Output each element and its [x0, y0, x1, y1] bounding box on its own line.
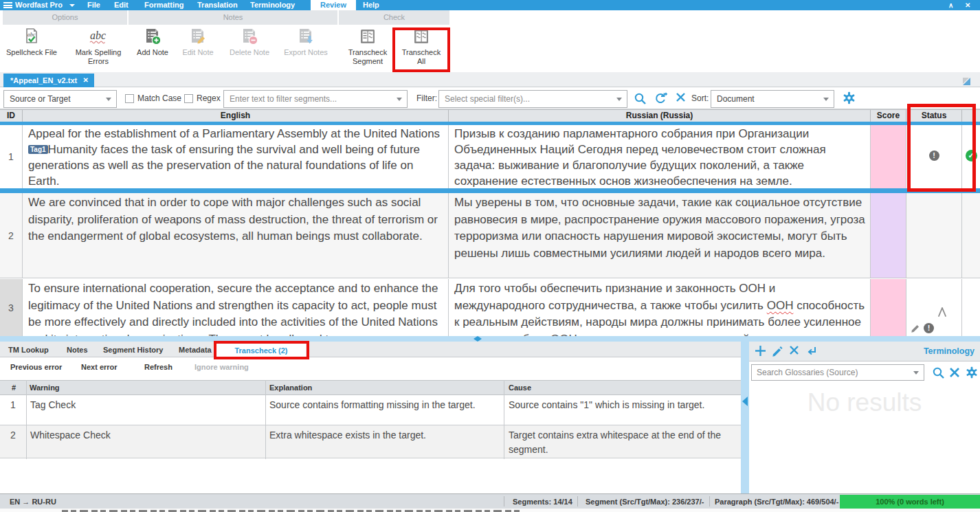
clear-search-icon[interactable]	[949, 367, 960, 381]
filter-toolbar: Source or Target Match Case Regex Enter …	[0, 87, 980, 109]
col-header-explanation[interactable]: Explanation	[269, 383, 312, 392]
col-header-id[interactable]: ID	[0, 110, 23, 122]
previous-error-button[interactable]: Previous error	[10, 363, 62, 371]
menu-translation[interactable]: Translation	[197, 0, 238, 10]
add-note-button[interactable]: Add Note	[132, 27, 173, 57]
minimize-ribbon-icon[interactable]: ∧	[948, 1, 953, 10]
menu-review[interactable]: Review	[311, 0, 356, 10]
background-window-sliver	[0, 509, 980, 512]
delete-note-icon	[223, 27, 276, 46]
up-arrow-icon[interactable]	[936, 305, 948, 322]
warning-row-2[interactable]: 2 Whitespace Check Extra whitespace exis…	[0, 425, 741, 458]
match-case-checkbox[interactable]	[125, 94, 134, 103]
chevron-down-icon	[397, 98, 402, 101]
app-menu-caret-icon	[69, 4, 75, 7]
tab-tm-lookup[interactable]: TM Lookup	[8, 346, 49, 354]
insert-term-icon[interactable]	[805, 345, 818, 359]
selected-row-border-bottom	[0, 188, 980, 193]
terminology-settings-gear-icon[interactable]	[966, 366, 978, 381]
paragraph-counts: Paragraph (Src/Tgt/Max): 469/504/-	[715, 498, 838, 506]
clear-filter-icon[interactable]	[676, 92, 686, 105]
warning-icon[interactable]: !	[924, 323, 934, 333]
collapse-arrow-icon[interactable]	[742, 397, 748, 406]
spellcheck-file-button[interactable]: abc Spellcheck File	[5, 27, 58, 57]
menu-file[interactable]: File	[87, 0, 100, 10]
tab-notes[interactable]: Notes	[67, 346, 88, 354]
horizontal-splitter[interactable]	[0, 336, 980, 342]
target-cell[interactable]: Для того чтобы обеспечить признание и за…	[449, 279, 871, 336]
segment-row-2[interactable]: 2 We are convinced that in order to cope…	[0, 193, 980, 278]
edit-pencil-icon[interactable]	[911, 322, 922, 333]
sort-label: Sort:	[691, 93, 709, 103]
regex-label: Regex	[197, 93, 221, 103]
refresh-button[interactable]: Refresh	[144, 363, 172, 371]
delete-note-button[interactable]: Delete Note	[223, 27, 276, 57]
close-icon[interactable]: ✕	[965, 1, 970, 10]
source-cell[interactable]: To ensure international cooperation, sec…	[23, 279, 449, 336]
tab-close-icon[interactable]: ✕	[83, 74, 89, 87]
col-header-cause[interactable]: Cause	[509, 383, 531, 392]
app-title[interactable]: Wordfast Pro	[15, 0, 63, 10]
next-error-button[interactable]: Next error	[81, 363, 118, 371]
warning-row-1[interactable]: 1 Tag Check Source contains formatting m…	[0, 395, 741, 425]
add-term-icon[interactable]	[755, 345, 766, 359]
status-bar: EN → RU-RU Segments: 14/14 Segment (Src/…	[0, 493, 980, 509]
target-cell[interactable]: Мы уверены в том, что основные задачи, т…	[449, 193, 871, 278]
tab-metadata[interactable]: Metadata	[179, 346, 212, 354]
document-tab[interactable]: *Appeal_EN_v2.txt ✕	[3, 74, 94, 87]
filter-settings-gear-icon[interactable]	[843, 91, 856, 107]
col-header-source[interactable]: English	[23, 110, 449, 122]
status-cell: !	[906, 279, 962, 336]
mark-spelling-errors-button[interactable]: abc Mark Spelling Errors	[67, 27, 129, 66]
bottom-tab-bar: TM Lookup Notes Segment History Metadata…	[0, 342, 741, 357]
terminology-header: Terminology	[749, 342, 980, 361]
edit-note-icon	[177, 27, 219, 46]
col-header-target[interactable]: Russian (Russia)	[449, 110, 871, 122]
match-case-label: Match Case	[137, 93, 181, 103]
restore-layout-icon[interactable]	[963, 76, 970, 83]
tag1-badge[interactable]: Tag1	[28, 145, 48, 154]
ribbon-group-notes: Notes	[129, 10, 337, 25]
menu-edit[interactable]: Edit	[114, 0, 129, 10]
search-icon[interactable]	[634, 92, 647, 108]
source-cell[interactable]: Appeal for the establishment of a Parlia…	[23, 125, 449, 188]
refresh-filter-icon[interactable]	[654, 92, 667, 108]
transcheck-segment-button[interactable]: Transcheck Segment	[343, 27, 392, 66]
ignore-warning-button[interactable]: Ignore warning	[194, 363, 249, 371]
export-notes-button[interactable]: Export Notes	[278, 27, 333, 57]
score-cell	[871, 125, 906, 188]
segment-id: 3	[0, 279, 23, 336]
segment-id: 1	[0, 125, 23, 188]
col-header-num[interactable]: #	[12, 383, 16, 392]
filter-text-input[interactable]: Enter text to filter segments...	[223, 90, 408, 108]
segment-row-3[interactable]: 3 To ensure international cooperation, s…	[0, 279, 980, 336]
approved-cell	[962, 279, 980, 336]
menu-terminology[interactable]: Terminology	[250, 0, 295, 10]
menu-formatting[interactable]: Formatting	[144, 0, 183, 10]
col-header-score[interactable]: Score	[871, 110, 906, 122]
tab-segment-history[interactable]: Segment History	[103, 346, 163, 354]
transcheck-segment-icon	[343, 27, 392, 46]
glossary-search-input[interactable]: Search Glossaries (Source)	[751, 364, 924, 381]
document-tab-bar: *Appeal_EN_v2.txt ✕	[0, 72, 980, 87]
segment-row-1[interactable]: 1 Appeal for the establishment of a Parl…	[0, 125, 980, 188]
delete-term-icon[interactable]	[789, 345, 799, 358]
no-results-text: No results	[749, 388, 980, 417]
transcheck-tab-highlight-box	[214, 341, 309, 359]
col-header-warning[interactable]: Warning	[30, 383, 60, 392]
segments-count: Segments: 14/14	[513, 498, 572, 506]
edit-term-icon[interactable]	[772, 345, 783, 359]
source-cell[interactable]: We are convinced that in order to cope w…	[23, 193, 449, 278]
transcheck-all-highlight-box	[392, 27, 450, 72]
hamburger-menu-icon[interactable]	[3, 2, 12, 8]
edit-note-button[interactable]: Edit Note	[177, 27, 219, 57]
menu-help[interactable]: Help	[363, 0, 379, 10]
scope-select[interactable]: Source or Target	[3, 90, 117, 108]
special-filter-select[interactable]: Select special filter(s)...	[438, 90, 627, 108]
search-icon[interactable]	[932, 366, 945, 382]
target-cell[interactable]: Призыв к созданию парламентарного собран…	[449, 125, 871, 188]
vertical-splitter[interactable]	[741, 342, 749, 493]
regex-checkbox[interactable]	[184, 94, 193, 103]
splitter-handle-icon[interactable]	[474, 336, 482, 342]
sort-select[interactable]: Document	[711, 90, 834, 108]
